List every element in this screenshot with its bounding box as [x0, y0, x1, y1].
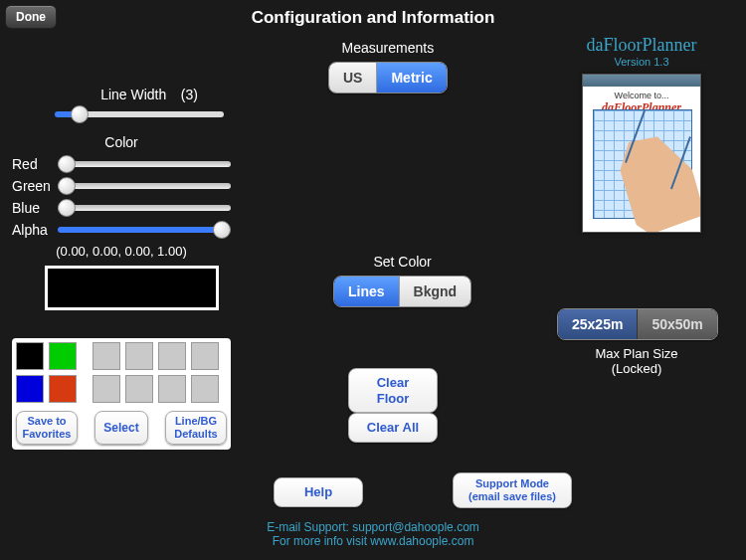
set-color-segment[interactable]: Lines Bkgnd [333, 276, 471, 307]
measurements-segment[interactable]: US Metric [328, 62, 448, 93]
support-mode-button[interactable]: Support Mode (email save files) [453, 472, 572, 508]
swatch-empty[interactable] [125, 342, 153, 370]
set-color-lines[interactable]: Lines [334, 277, 400, 306]
page-title: Configuration and Information [0, 8, 746, 28]
color-label: Color [12, 134, 231, 150]
line-width-label: Line Width [100, 87, 166, 102]
app-thumbnail: Welcome to... daFloorPlanner by dahoople… [582, 74, 701, 233]
clear-all-button[interactable]: Clear All [348, 413, 438, 443]
blue-label: Blue [12, 200, 52, 216]
footer-info: For more info visit www.dahoople.com [0, 534, 746, 548]
app-name: daFloorPlanner [567, 35, 716, 56]
footer-email: E-mail Support: support@dahoople.com [0, 520, 746, 534]
rgba-display: (0.00, 0.00, 0.00, 1.00) [12, 244, 231, 259]
measurements-us[interactable]: US [329, 63, 377, 93]
swatch-empty[interactable] [93, 342, 120, 370]
clear-floor-button[interactable]: Clear Floor [348, 368, 438, 413]
line-width-slider[interactable] [55, 111, 224, 117]
swatch-blue[interactable] [16, 375, 44, 403]
plan-size-25[interactable]: 25x25m [558, 309, 638, 339]
blue-slider[interactable] [58, 205, 231, 211]
alpha-slider[interactable] [58, 227, 231, 233]
plan-size-locked: (Locked) [557, 361, 716, 376]
swatch-panel: Save to Favorites Select Line/BG Default… [12, 338, 231, 450]
save-favorites-button[interactable]: Save to Favorites [16, 411, 78, 445]
green-label: Green [12, 178, 52, 194]
swatch-green[interactable] [49, 342, 77, 370]
thumb-welcome: Welcome to... [583, 87, 700, 100]
swatch-empty[interactable] [191, 342, 219, 370]
red-slider[interactable] [58, 161, 231, 167]
measurements-metric[interactable]: Metric [377, 63, 446, 93]
app-version: Version 1.3 [567, 56, 716, 68]
alpha-label: Alpha [12, 222, 52, 238]
select-button[interactable]: Select [94, 411, 147, 445]
swatch-empty[interactable] [158, 342, 186, 370]
swatch-empty[interactable] [125, 375, 153, 403]
swatch-empty[interactable] [158, 375, 186, 403]
swatch-black[interactable] [16, 342, 44, 370]
green-slider[interactable] [58, 183, 231, 189]
set-color-bkgnd[interactable]: Bkgnd [400, 277, 471, 306]
swatch-empty[interactable] [191, 375, 219, 403]
line-width-value: (3) [181, 87, 198, 102]
plan-size-50[interactable]: 50x50m [638, 309, 716, 339]
color-preview [45, 266, 219, 310]
plan-size-label: Max Plan Size [557, 346, 716, 361]
app-info: daFloorPlanner Version 1.3 Welcome to...… [567, 35, 716, 233]
measurements-label: Measurements [328, 40, 448, 56]
plan-size-segment[interactable]: 25x25m 50x50m [557, 308, 718, 340]
set-color-label: Set Color [333, 254, 471, 270]
red-label: Red [12, 156, 52, 172]
swatch-orange[interactable] [49, 375, 77, 403]
defaults-button[interactable]: Line/BG Defaults [165, 411, 227, 445]
swatch-empty[interactable] [93, 375, 120, 403]
help-button[interactable]: Help [274, 477, 363, 507]
